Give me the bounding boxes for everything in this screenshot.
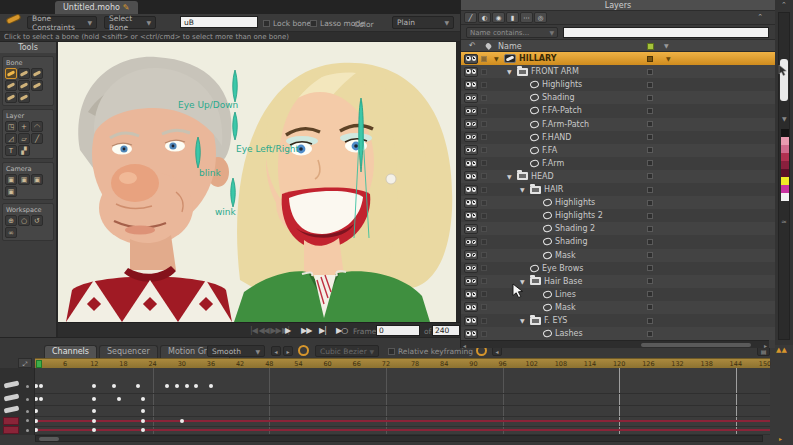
- pan-tilt-camera-tool[interactable]: ▣: [5, 186, 17, 197]
- layer-row[interactable]: Shading: [461, 91, 776, 104]
- visibility-icon[interactable]: [464, 158, 478, 168]
- layer-flag-checkbox[interactable]: [647, 331, 653, 337]
- insert-text-tool[interactable]: T: [5, 145, 17, 156]
- set-origin-tool[interactable]: +: [18, 121, 30, 132]
- layer-row[interactable]: Shading 2: [461, 222, 776, 235]
- cycle-icon[interactable]: [298, 345, 309, 356]
- layer-flag-checkbox[interactable]: [647, 69, 653, 75]
- timeline-horizontal-scrollbar[interactable]: [35, 435, 763, 442]
- layer-row[interactable]: ▼F. EYS: [461, 314, 776, 327]
- visibility-icon[interactable]: [464, 302, 478, 312]
- layer-checkbox[interactable]: [481, 200, 487, 206]
- layer-flag-checkbox[interactable]: [647, 108, 653, 114]
- scroll-left-icon[interactable]: ◂: [463, 342, 466, 349]
- keyframe-dot[interactable]: [136, 384, 140, 388]
- keyframe-track-area[interactable]: [35, 368, 770, 435]
- layer-flag-checkbox[interactable]: [647, 291, 653, 297]
- expand-arrow-icon[interactable]: ▼: [507, 68, 514, 75]
- prev-key-button[interactable]: ◂: [271, 346, 281, 356]
- keyframe-dot[interactable]: [141, 397, 145, 401]
- channel-expand-dot[interactable]: [26, 429, 29, 432]
- translate-bone-tool[interactable]: [18, 68, 30, 79]
- chevron-down-icon[interactable]: ▼: [664, 42, 669, 49]
- channel-expand-dot[interactable]: [26, 385, 29, 388]
- paint-brush-tool[interactable]: ▞: [18, 145, 30, 156]
- color-swatch[interactable]: [781, 145, 789, 153]
- transform-layer-tool[interactable]: ◳: [5, 121, 17, 132]
- zoom-camera-tool[interactable]: ▣: [18, 174, 30, 185]
- visibility-icon[interactable]: [464, 198, 478, 208]
- keyframe-dot[interactable]: [92, 384, 96, 388]
- keyframe-dot[interactable]: [141, 409, 145, 413]
- layer-row[interactable]: Highlights 2: [461, 209, 776, 222]
- layer-checkbox[interactable]: [481, 291, 487, 297]
- track-camera-tool[interactable]: ▣: [5, 174, 17, 185]
- layers-vertical-scrollbar[interactable]: ▼ ≈: [778, 12, 790, 340]
- channel-expand-dot[interactable]: [26, 419, 29, 422]
- more-options-button[interactable]: ⋯: [520, 12, 533, 23]
- layers-horizontal-scrollbar[interactable]: ◂ ▸: [461, 340, 769, 348]
- expand-arrow-icon[interactable]: ▼: [507, 173, 514, 180]
- duplicate-layer-button[interactable]: ◐: [478, 12, 491, 23]
- shear-layer-tool[interactable]: ◿: [5, 133, 17, 144]
- expand-arrow-icon[interactable]: ▼: [520, 278, 527, 285]
- keyframe-type-dropdown[interactable]: Cubic Bezier▼: [315, 345, 379, 357]
- keyframe-dot[interactable]: [175, 384, 179, 388]
- roll-camera-tool[interactable]: ▣: [31, 174, 43, 185]
- keyframe-dot[interactable]: [92, 419, 96, 423]
- keyframe-dot[interactable]: [117, 397, 121, 401]
- pan-workspace-tool[interactable]: ⊕: [5, 215, 17, 226]
- interpolation-dropdown[interactable]: Smooth▼: [207, 345, 265, 357]
- bind-points-tool[interactable]: [18, 92, 30, 103]
- layer-checkbox[interactable]: [481, 147, 487, 153]
- layer-row[interactable]: Lines: [461, 288, 776, 301]
- keyframe-dot[interactable]: [185, 384, 189, 388]
- visibility-icon[interactable]: [464, 237, 478, 247]
- orbit-workspace-tool[interactable]: ∞: [5, 227, 17, 238]
- keyframe-dot[interactable]: [141, 428, 145, 432]
- rotate-layer-tool[interactable]: ▱: [18, 133, 30, 144]
- layer-row[interactable]: ▼Hair Base: [461, 275, 776, 288]
- keyframe-dot[interactable]: [112, 384, 116, 388]
- layer-row[interactable]: Highlights: [461, 78, 776, 91]
- jump-end-icon[interactable]: ▶|: [319, 326, 326, 335]
- animation-canvas[interactable]: Eye Up/Down Eye Left/Right blink wink: [58, 42, 456, 322]
- loop-icon[interactable]: ▶○: [336, 326, 347, 335]
- expand-arrow-icon[interactable]: ▼: [520, 186, 527, 193]
- color-swatch[interactable]: [781, 185, 789, 193]
- layer-checkbox[interactable]: [481, 265, 487, 271]
- expand-arrow-icon[interactable]: ▼: [520, 317, 527, 324]
- scroll-right-icon[interactable]: ▸: [764, 342, 767, 349]
- layer-checkbox[interactable]: [481, 134, 487, 140]
- select-bone-dropdown[interactable]: Select Bone▼: [104, 16, 156, 29]
- visibility-icon[interactable]: [464, 93, 478, 103]
- scroll-right-icon[interactable]: ▸: [779, 435, 782, 442]
- layer-flag-checkbox[interactable]: [647, 82, 653, 88]
- visibility-icon[interactable]: [464, 289, 478, 299]
- keyframe-dot[interactable]: [92, 409, 96, 413]
- visibility-icon[interactable]: [464, 80, 478, 90]
- keyframe-dot[interactable]: [165, 384, 169, 388]
- follow-path-tool[interactable]: ◠: [31, 121, 43, 132]
- color-swatch[interactable]: [781, 161, 789, 169]
- visibility-icon[interactable]: [464, 185, 478, 195]
- keyframe-dot[interactable]: [194, 384, 198, 388]
- layer-row[interactable]: F.Arm: [461, 157, 776, 170]
- bone-constraints-dropdown[interactable]: Bone Constraints▼: [27, 16, 97, 29]
- layer-row[interactable]: ▼HILLARY▼: [461, 52, 776, 65]
- layer-settings-button[interactable]: ◎: [534, 12, 547, 23]
- layer-flag-checkbox[interactable]: [647, 187, 653, 193]
- layer-flag-checkbox[interactable]: [647, 121, 653, 127]
- layer-checkbox[interactable]: [481, 318, 487, 324]
- layer-checkbox[interactable]: [481, 213, 487, 219]
- layer-flag-checkbox[interactable]: [647, 265, 653, 271]
- layer-flag-checkbox[interactable]: [647, 318, 653, 324]
- color-swatch[interactable]: [781, 137, 789, 145]
- layer-flag-checkbox[interactable]: [647, 213, 653, 219]
- tab-sequencer[interactable]: Sequencer: [99, 345, 158, 358]
- layer-flag-checkbox[interactable]: [647, 200, 653, 206]
- frame-ruler[interactable]: 6121824303642485460667278849096102108114…: [35, 358, 770, 368]
- reparent-bone-tool[interactable]: [31, 80, 43, 91]
- visibility-icon[interactable]: [464, 224, 478, 234]
- layer-flag-checkbox[interactable]: [647, 56, 653, 62]
